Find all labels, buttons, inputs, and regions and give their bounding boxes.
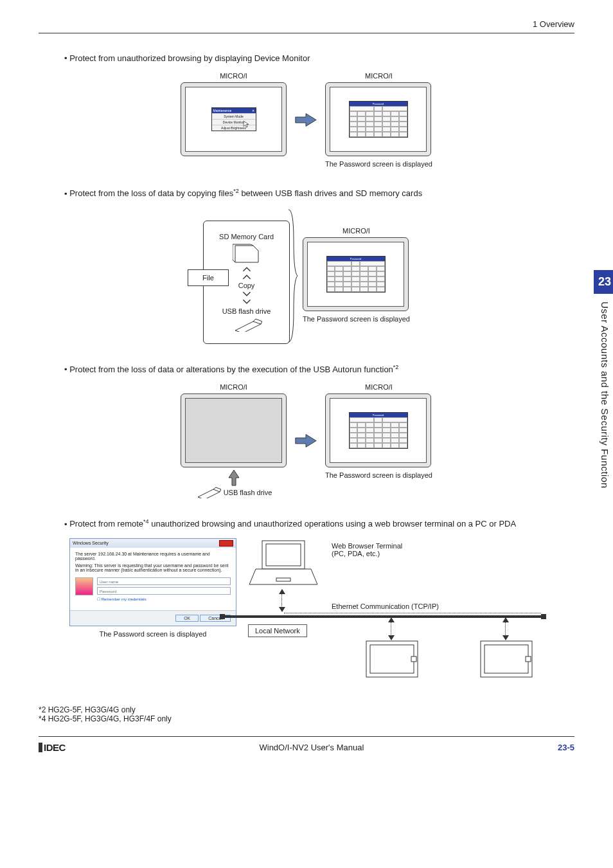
arrow-up-icon <box>278 588 286 595</box>
bullet-1: Protect from unauthorized browsing by di… <box>64 53 574 64</box>
sd-card-icon <box>233 243 261 264</box>
chevron-up-icon <box>242 266 251 273</box>
usb-drive-icon <box>195 487 221 498</box>
close-icon: ✕ <box>252 109 254 113</box>
microi-device: Maintenance✕ System Mode Device Monitor … <box>181 82 287 156</box>
username-field[interactable]: User name <box>97 577 231 585</box>
microi-device: Password <box>325 82 431 156</box>
usb-label: USB flash drive <box>222 307 271 315</box>
password-field[interactable]: Password <box>97 587 231 595</box>
arrow-up-icon <box>228 469 240 487</box>
diagram-4: Windows Security The server 192.168.24.3… <box>39 538 574 686</box>
password-title: Password <box>350 102 407 106</box>
password-window: Password <box>349 101 408 138</box>
page-number: 23-5 <box>558 743 574 752</box>
device-label: MICRO/I <box>325 72 432 80</box>
chevron-down-icon <box>242 291 251 297</box>
arrow-up-icon <box>502 617 510 623</box>
svg-rect-1 <box>266 544 301 566</box>
windows-security-dialog: Windows Security The server 192.168.24.3… <box>69 538 236 626</box>
diagram-1: MICRO/I Maintenance✕ System Mode Device … <box>39 72 574 168</box>
password-title: Password <box>350 413 407 417</box>
idec-logo: IDEC <box>39 742 66 753</box>
footnotes: *2 HG2G-5F, HG3G/4G only *4 HG2G-5F, HG3… <box>39 705 574 723</box>
footnote-2: *2 HG2G-5F, HG3G/4G only <box>39 705 574 714</box>
ethernet-label: Ethernet Communication (TCP/IP) <box>332 602 439 610</box>
usb-drive-icon <box>231 318 262 332</box>
chevron-up-icon <box>242 274 251 280</box>
hmi-device-icon <box>365 640 419 680</box>
device-label: MICRO/I <box>181 383 287 391</box>
device-label: MICRO/I <box>303 227 410 235</box>
svg-rect-2 <box>276 578 290 581</box>
arrow-up-icon <box>387 617 395 623</box>
arrow-down-icon <box>278 606 286 613</box>
arrow-right-icon <box>294 111 317 129</box>
microi-device: Password <box>325 393 431 467</box>
menu-system-mode: System Mode <box>212 113 256 119</box>
page-header: 1 Overview <box>39 19 574 33</box>
hmi-device-icon <box>479 640 533 680</box>
file-label: File <box>188 269 229 286</box>
password-title: Password <box>327 257 385 261</box>
cursor-icon <box>243 120 251 128</box>
dialog-title: Windows Security <box>73 541 109 545</box>
bullet-4: Protect from remote*4 unauthorized brows… <box>64 518 574 530</box>
svg-rect-8 <box>526 656 531 662</box>
diagram-3: MICRO/I USB flash drive MICRO/I Password <box>39 383 574 498</box>
copy-label: Copy <box>238 282 255 289</box>
dialog-text-2: Warning: This server is requesting that … <box>75 563 231 572</box>
avatar-icon <box>75 577 93 595</box>
manual-title: WindO/I-NV2 User's Manual <box>259 743 364 752</box>
password-window: Password <box>349 412 408 449</box>
microi-device <box>181 393 287 467</box>
bullet-2: Protect from the loss of data by copying… <box>64 187 574 200</box>
laptop-icon <box>248 538 319 590</box>
footnote-4: *4 HG2G-5F, HG3G/4G, HG3F/4F only <box>39 714 574 723</box>
svg-rect-4 <box>370 645 414 673</box>
password-caption: The Password screen is displayed <box>69 630 236 638</box>
maintenance-title: Maintenance <box>213 109 232 113</box>
chapter-number: 23 <box>594 270 613 294</box>
bullet-3: Protect from the loss of data or alterat… <box>64 363 574 376</box>
password-caption: The Password screen is displayed <box>325 471 432 479</box>
svg-rect-5 <box>411 656 416 662</box>
chapter-tab: 23 User Accounts and the Security Functi… <box>594 270 613 496</box>
chapter-title: User Accounts and the Security Function <box>596 294 614 496</box>
remember-checkbox[interactable]: ☐ Remember my credentials <box>97 597 231 601</box>
dialog-text-1: The server 192.168.24.30 at Maintenance … <box>75 552 231 561</box>
usb-label: USB flash drive <box>224 489 272 496</box>
password-caption: The Password screen is displayed <box>325 160 432 168</box>
device-label: MICRO/I <box>325 383 432 391</box>
diagram-2: SD Memory Card Copy USB flash drive File… <box>39 208 574 344</box>
sd-card-label: SD Memory Card <box>219 233 274 240</box>
device-label: MICRO/I <box>181 72 287 80</box>
microi-device: Password <box>303 237 409 311</box>
arrow-right-icon <box>294 432 317 449</box>
svg-rect-7 <box>484 645 528 673</box>
local-network-label: Local Network <box>248 624 307 637</box>
password-window: Password <box>326 256 386 293</box>
password-caption: The Password screen is displayed <box>303 315 410 323</box>
page-footer: IDEC WindO/I-NV2 User's Manual 23-5 <box>39 736 574 753</box>
ok-button[interactable]: OK <box>175 615 199 622</box>
close-icon <box>219 540 233 547</box>
chevron-down-icon <box>242 298 251 305</box>
web-browser-terminal-label: Web Browser Terminal(PC, PDA, etc.) <box>332 542 402 557</box>
